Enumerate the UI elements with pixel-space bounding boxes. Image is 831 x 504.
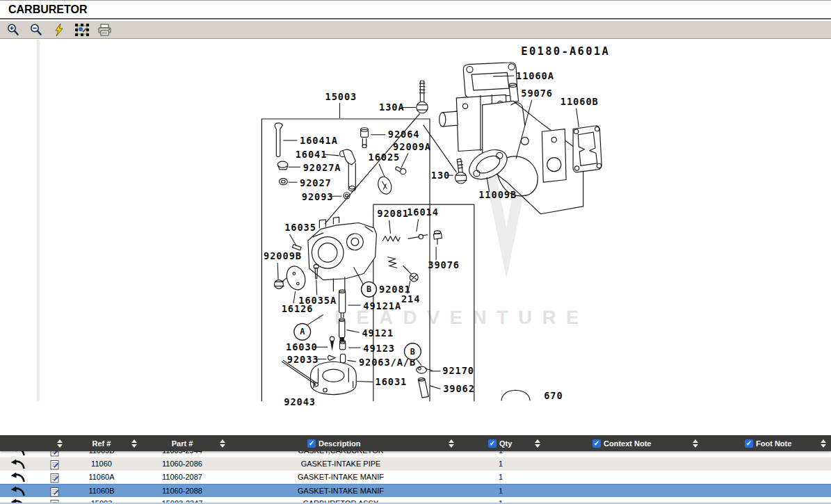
part-label[interactable]: 92033: [287, 354, 319, 365]
sort-button[interactable]: [819, 438, 828, 448]
column-header-description[interactable]: ✓Description: [307, 435, 361, 451]
cell-part: 11060-2087: [140, 471, 224, 484]
locate-arrow-icon: [10, 485, 26, 497]
callout-letter: B: [366, 284, 371, 294]
sort-button[interactable]: [447, 438, 455, 448]
column-label: Description: [318, 439, 361, 448]
part-label[interactable]: 16035: [284, 222, 316, 233]
locate-arrow-icon: [10, 458, 26, 470]
column-label: Ref #: [92, 439, 111, 448]
part-label[interactable]: 59076: [521, 88, 553, 99]
sort-down-icon: [131, 444, 137, 448]
part-label[interactable]: 16126: [282, 303, 314, 314]
part-label[interactable]: 49121: [362, 327, 394, 339]
part-label[interactable]: 16014: [407, 206, 439, 218]
part-label[interactable]: 130A: [379, 101, 405, 113]
leader-line: [379, 164, 385, 177]
part-label[interactable]: 92009B: [264, 250, 302, 261]
select-region-button[interactable]: [74, 22, 90, 38]
part-label[interactable]: 92081: [379, 284, 411, 295]
table-row[interactable]: 11060B11060-2088GASKET-INTAKE MANIF1: [0, 484, 831, 497]
column-label: Foot Note: [756, 439, 791, 448]
sort-button[interactable]: [56, 438, 64, 448]
cell-context-note: [556, 457, 684, 471]
sort-up-icon: [57, 439, 63, 443]
sort-down-icon: [57, 444, 63, 448]
magnifier-plus-icon: [6, 23, 20, 37]
table-row[interactable]: 1106011060-2086GASKET-INTAKE PIPE1: [0, 457, 831, 471]
part-label[interactable]: 16031: [376, 376, 408, 387]
sort-down-icon: [535, 444, 540, 448]
cell-ref: 11060A: [67, 471, 136, 484]
callout-letter: B: [410, 347, 415, 357]
part-label[interactable]: 670: [544, 390, 563, 401]
cell-part: 11060-2088: [140, 485, 224, 498]
column-header-qty[interactable]: ✓Qty: [488, 435, 512, 451]
part-label[interactable]: 15003: [325, 91, 357, 102]
part-label[interactable]: 39062: [443, 383, 475, 394]
sort-up-icon: [821, 439, 826, 443]
part-label[interactable]: 92081: [377, 208, 409, 219]
part-label[interactable]: 92009A: [393, 141, 431, 152]
column-checkbox[interactable]: ✓: [307, 439, 316, 448]
part-label[interactable]: 92027A: [303, 162, 341, 173]
part-detail-button[interactable]: [50, 472, 60, 483]
part-label[interactable]: 16041: [296, 149, 328, 160]
part-label[interactable]: 92043: [284, 396, 316, 407]
locate-on-diagram-button[interactable]: [10, 485, 28, 497]
cell-qty: 1: [473, 485, 529, 498]
column-header-foot-note[interactable]: ✓Foot Note: [745, 435, 791, 451]
column-header-context-note[interactable]: ✓Context Note: [592, 435, 651, 451]
print-button[interactable]: [97, 22, 113, 38]
cell-qty: 1: [473, 457, 529, 471]
part-label[interactable]: 11060B: [560, 96, 599, 107]
part-detail-button[interactable]: [50, 459, 60, 470]
locate-on-diagram-button[interactable]: [10, 458, 28, 470]
zoom-in-button[interactable]: [5, 22, 22, 38]
sort-button[interactable]: [691, 438, 700, 448]
column-checkbox[interactable]: ✓: [488, 439, 497, 448]
parts-catalog-app: { "app": { "title": "CARBURETOR" }, "too…: [0, 0, 831, 504]
column-checkbox[interactable]: ✓: [745, 439, 753, 448]
table-row[interactable]: 11060A11060-2087GASKET-INTAKE MANIF1: [0, 471, 831, 484]
column-header-part[interactable]: Part #: [172, 435, 193, 451]
part-label[interactable]: 214: [401, 293, 420, 304]
sort-button[interactable]: [533, 438, 542, 448]
locate-on-diagram-button[interactable]: [10, 471, 28, 483]
cell-ref: 11060B: [67, 485, 136, 498]
cell-description: GASKET-INTAKE PIPE: [236, 457, 445, 471]
diagram-code-label[interactable]: E0180-A601A: [521, 45, 610, 58]
part-detail-button[interactable]: [50, 486, 60, 497]
diagram-viewport[interactable]: LEADVENTURE: [0, 40, 831, 435]
zoom-out-button[interactable]: [28, 22, 45, 38]
sort-button[interactable]: [218, 438, 227, 448]
sort-button[interactable]: [130, 438, 138, 448]
sort-up-icon: [449, 439, 454, 443]
part-label[interactable]: 16025: [369, 152, 401, 163]
part-label[interactable]: 49121A: [363, 300, 401, 311]
part-note-icon: [50, 472, 60, 483]
part-label[interactable]: 130: [431, 170, 450, 181]
part-label[interactable]: 39076: [428, 259, 460, 270]
part-label[interactable]: 16041A: [300, 135, 338, 146]
table-body: 11009B11009-2944GASKET,CARBURETOR1110601…: [0, 444, 831, 504]
part-label[interactable]: 49123: [363, 343, 395, 354]
part-label[interactable]: 92170: [442, 365, 474, 376]
sort-up-icon: [131, 439, 137, 443]
part-label[interactable]: 92027: [300, 177, 332, 188]
part-label[interactable]: 11060A: [516, 70, 554, 81]
leader-line: [316, 280, 317, 295]
diagram-toolbar: [0, 21, 831, 39]
part-label[interactable]: 11009B: [478, 189, 517, 200]
flash-button[interactable]: [51, 22, 67, 38]
leader-line: [389, 220, 391, 234]
column-checkbox[interactable]: ✓: [592, 439, 601, 448]
part-label[interactable]: 16030: [286, 341, 318, 352]
cell-context-note: [556, 471, 684, 484]
parts-table: Ref #Part #✓Description✓Qty✓Context Note…: [0, 435, 831, 504]
select-region-icon: [75, 24, 89, 36]
part-label[interactable]: 92064: [388, 129, 420, 140]
part-label[interactable]: 92093: [302, 191, 334, 202]
column-label: Qty: [499, 439, 512, 448]
column-header-ref[interactable]: Ref #: [92, 435, 111, 451]
